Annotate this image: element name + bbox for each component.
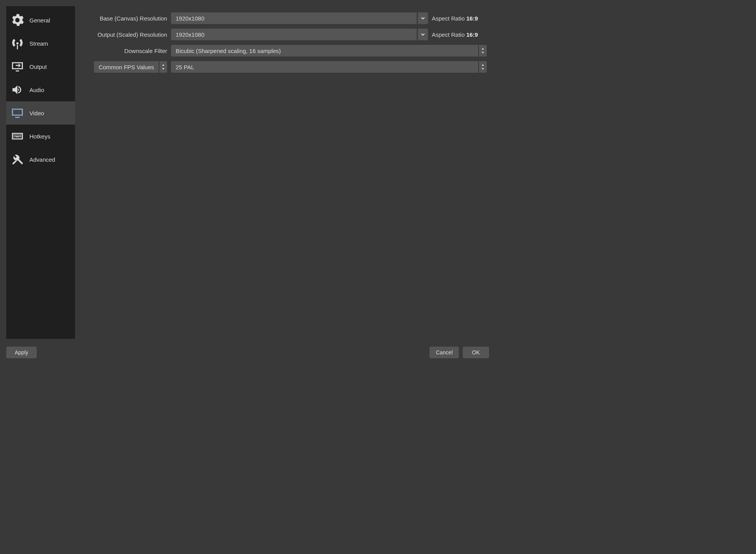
downscale-filter-label: Downscale Filter — [84, 48, 167, 54]
fps-value-select[interactable]: 25 PAL — [171, 61, 487, 73]
chevron-down-icon[interactable] — [418, 29, 428, 40]
sidebar-item-stream[interactable]: Stream — [6, 32, 75, 55]
sidebar-item-advanced[interactable]: Advanced — [6, 148, 75, 171]
updown-stepper-icon[interactable] — [478, 45, 487, 56]
tools-icon — [10, 152, 25, 167]
ok-button[interactable]: OK — [463, 347, 489, 358]
output-icon — [10, 59, 25, 74]
sidebar-item-output[interactable]: Output — [6, 55, 75, 78]
gear-icon — [10, 13, 25, 27]
downscale-filter-row: Downscale Filter Bicubic (Sharpened scal… — [84, 45, 487, 56]
output-resolution-combo[interactable]: 1920x1080 — [171, 29, 428, 40]
dialog-footer: Apply Cancel OK — [6, 339, 489, 358]
antenna-icon — [10, 36, 25, 51]
fps-type-select[interactable]: Common FPS Values — [94, 61, 167, 73]
sidebar-item-audio[interactable]: Audio — [6, 78, 75, 101]
updown-stepper-icon[interactable] — [159, 61, 167, 73]
sidebar-item-label: Stream — [29, 40, 48, 47]
sidebar-item-video[interactable]: Video — [6, 101, 75, 125]
apply-button[interactable]: Apply — [6, 347, 37, 358]
sidebar-item-label: Hotkeys — [29, 133, 50, 140]
updown-stepper-icon[interactable] — [478, 61, 487, 73]
output-resolution-label: Output (Scaled) Resolution — [84, 31, 167, 38]
cancel-button[interactable]: Cancel — [429, 347, 459, 358]
monitor-icon — [10, 106, 25, 120]
sidebar-item-label: General — [29, 17, 50, 24]
sidebar-item-general[interactable]: General — [6, 9, 75, 32]
output-resolution-value[interactable]: 1920x1080 — [171, 29, 417, 40]
fps-value: 25 PAL — [171, 61, 478, 73]
output-aspect-ratio: Aspect Ratio 16:9 — [432, 31, 487, 38]
base-resolution-value[interactable]: 1920x1080 — [171, 12, 417, 24]
base-resolution-row: Base (Canvas) Resolution 1920x1080 Aspec… — [84, 12, 487, 24]
fps-type-label: Common FPS Values — [94, 61, 159, 73]
base-aspect-ratio: Aspect Ratio 16:9 — [432, 15, 487, 22]
downscale-filter-value: Bicubic (Sharpened scaling, 16 samples) — [171, 45, 478, 56]
sidebar-item-label: Audio — [29, 87, 44, 93]
sidebar-item-label: Video — [29, 110, 44, 116]
base-resolution-combo[interactable]: 1920x1080 — [171, 12, 428, 24]
sidebar-item-hotkeys[interactable]: Hotkeys — [6, 125, 75, 148]
fps-row: Common FPS Values 25 PAL — [84, 61, 487, 73]
keyboard-icon — [10, 129, 25, 144]
settings-sidebar: General Stream Output Audio — [6, 6, 75, 339]
video-settings-panel: Base (Canvas) Resolution 1920x1080 Aspec… — [75, 6, 489, 339]
output-resolution-row: Output (Scaled) Resolution 1920x1080 Asp… — [84, 29, 487, 40]
sidebar-item-label: Advanced — [29, 156, 55, 163]
chevron-down-icon[interactable] — [418, 12, 428, 24]
base-resolution-label: Base (Canvas) Resolution — [84, 15, 167, 22]
sidebar-item-label: Output — [29, 63, 47, 70]
downscale-filter-select[interactable]: Bicubic (Sharpened scaling, 16 samples) — [171, 45, 487, 56]
speaker-icon — [10, 82, 25, 97]
